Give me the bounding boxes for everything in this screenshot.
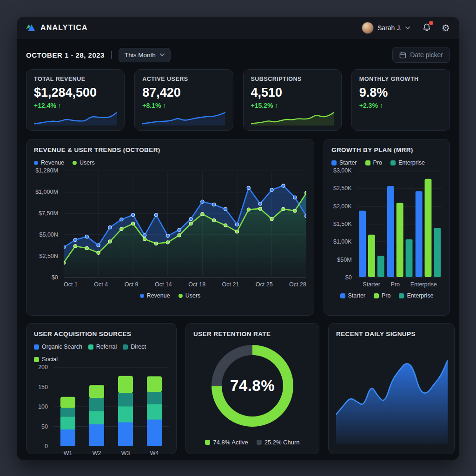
kpi-row: TOTAL REVENUE $1,284,500 +12.4% ↑ ACTIVE… — [17, 69, 459, 131]
chart-legend-bottom: StarterProEnterprise — [331, 292, 442, 299]
area-chart-plot — [336, 343, 448, 444]
plot-area: 200150100500 — [34, 367, 169, 446]
legend-item: Pro — [365, 159, 382, 166]
chart-legend: StarterProEnterprise — [331, 159, 442, 166]
avatar — [362, 22, 374, 34]
x-tick-label: W1 — [64, 450, 73, 456]
legend-item: Direct — [123, 344, 146, 350]
x-tick-label: Oct 9 — [125, 281, 139, 288]
kpi-label: TOTAL REVENUE — [34, 76, 117, 82]
kpi-sparkline — [142, 110, 225, 126]
x-axis-labels: StarterProEnterprise — [357, 281, 442, 288]
kpi-value: 9.8% — [359, 86, 442, 100]
legend-item: Revenue — [34, 159, 64, 166]
legend-swatch — [123, 344, 128, 350]
settings-button[interactable]: ⚙ — [441, 22, 451, 33]
x-tick-label: Oct 14 — [155, 281, 172, 288]
y-tick-label: $1,00K — [333, 238, 352, 245]
kpi-value: $1,284,500 — [34, 86, 117, 100]
donut-hole: 74.8% — [222, 355, 283, 416]
legend-label: Revenue — [147, 292, 170, 299]
legend-label: Enterprise — [407, 292, 433, 299]
legend-label: 25.2% Churn — [264, 439, 300, 446]
legend-swatch — [374, 293, 379, 298]
y-tick-label: $1,280M — [35, 167, 58, 174]
dashboard-panel: ANALYTICA Sarah J. ⚙ OCTOBER — [17, 17, 459, 460]
y-tick-label: $3,00K — [333, 167, 352, 174]
y-tick-label: $2,00K — [333, 203, 352, 210]
x-tick-label: Enterprise — [410, 281, 437, 288]
legend-swatch — [365, 160, 370, 165]
legend-swatch — [34, 344, 39, 350]
y-tick-label: 150 — [38, 384, 48, 390]
plot-area: $1,280M$1,000M$7,50M$5,00N$2,50N$0 — [34, 171, 306, 278]
legend-swatch — [340, 293, 345, 298]
chart-legend: Organic SearchReferralDirectSocial — [34, 344, 169, 363]
legend-swatch — [257, 440, 262, 445]
kpi-value: 4,510 — [251, 86, 334, 100]
kpi-sparkline — [34, 110, 117, 126]
bar-chart-plot — [357, 171, 442, 278]
legend-item: Pro — [374, 292, 390, 299]
legend-item: Organic Search — [34, 344, 82, 350]
x-axis-labels: Oct 1Oct 4Oct 9Oct 14Oct 18Oct 21Oct 25O… — [64, 281, 306, 288]
legend-label: Pro — [373, 159, 382, 166]
period-selector[interactable]: This Month — [119, 48, 171, 62]
kpi-card-subscriptions: SUBSCRIPTIONS 4,510 +15.2% ↑ — [243, 69, 342, 131]
chart-title: RECENT DAILY SIGNUPS — [336, 331, 447, 337]
chart-legend: RevenueUsers — [34, 159, 306, 166]
legend-item: Starter — [340, 292, 366, 299]
donut-area: 74.8% — [193, 339, 311, 432]
kpi-card-active-users: ACTIVE USERS 87,420 +8.1% ↑ — [134, 69, 233, 131]
kpi-label: SUBSCRIPTIONS — [251, 76, 334, 82]
x-tick-label: Oct 28 — [289, 281, 306, 288]
toolbar-divider — [111, 51, 112, 59]
y-tick-label: $1,50K — [333, 221, 352, 227]
brand: ANALYTICA — [25, 23, 88, 33]
legend-item: Users — [178, 292, 201, 299]
notifications-button[interactable] — [421, 22, 432, 34]
y-tick-label: $0 — [345, 274, 352, 281]
date-picker-button[interactable]: Date picker — [392, 47, 450, 63]
kpi-sparkline — [359, 110, 442, 126]
legend-label: 74.8% Active — [213, 439, 248, 446]
period-selector-value: This Month — [125, 52, 156, 59]
x-tick-label: Oct 18 — [188, 281, 205, 288]
brand-logo-icon — [25, 23, 36, 33]
legend-label: Direct — [131, 344, 146, 350]
line-chart-plot — [64, 171, 306, 278]
legend-item: 74.8% Active — [205, 439, 248, 446]
legend-swatch — [34, 161, 38, 165]
notification-dot — [429, 21, 433, 25]
kpi-sparkline — [251, 110, 334, 126]
chart-title: REVENUE & USER TRENDS (OCTOBER) — [34, 146, 306, 153]
y-tick-label: $0 — [52, 274, 58, 281]
x-tick-label: Oct 4 — [94, 281, 108, 288]
legend-swatch — [73, 161, 77, 165]
legend-item: Enterprise — [399, 292, 433, 299]
user-menu[interactable]: Sarah J. — [359, 21, 413, 34]
kpi-delta: +2.3% ↑ — [359, 102, 442, 109]
kpi-delta: +8.1% ↑ — [142, 102, 225, 109]
legend-swatch — [34, 357, 39, 362]
kpi-delta: +12.4% ↑ — [34, 102, 117, 109]
legend-swatch — [205, 440, 210, 445]
x-tick-label: W4 — [150, 450, 159, 456]
x-tick-label: Starter — [363, 281, 380, 288]
donut-legend: 74.8% Active25.2% Churn — [193, 439, 311, 446]
calendar-icon — [399, 52, 406, 59]
retention-percentage: 74.8% — [230, 377, 275, 395]
y-axis-labels: $1,280M$1,000M$7,50M$5,00N$2,50N$0 — [34, 167, 60, 281]
header-actions: Sarah J. ⚙ — [359, 21, 451, 34]
y-tick-label: $2,50K — [333, 185, 352, 192]
legend-swatch — [399, 293, 404, 298]
kpi-card-total-revenue: TOTAL REVENUE $1,284,500 +12.4% ↑ — [26, 69, 125, 131]
legend-swatch — [88, 344, 93, 350]
chart-title: GROWTH BY PLAN (MRR) — [331, 146, 442, 153]
legend-label: Social — [42, 356, 58, 363]
y-axis-labels: 200150100500 — [34, 364, 50, 450]
legend-item: Users — [73, 159, 95, 166]
legend-label: Enterprise — [398, 159, 425, 166]
legend-swatch — [178, 294, 183, 298]
chevron-down-icon — [160, 53, 165, 57]
